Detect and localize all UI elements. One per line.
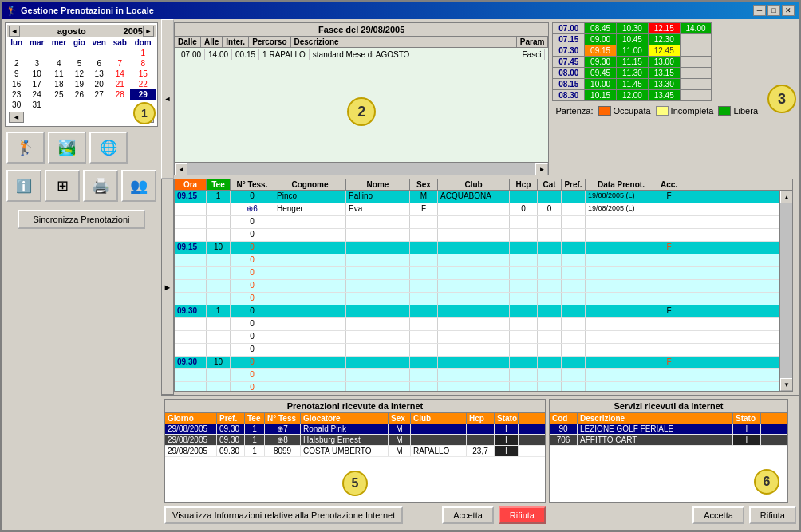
tg-cell[interactable]: 11.00 [617,45,649,57]
scroll-track[interactable] [780,203,792,378]
cal-nav-left[interactable]: ◄ [9,112,24,123]
cal-cell[interactable] [48,100,70,110]
cal-cell[interactable]: 5 [70,58,89,69]
cal-cell[interactable]: 27 [89,89,109,100]
cal-cell[interactable] [70,48,89,58]
landscape-icon-btn[interactable]: 🏞️ [48,132,86,164]
table-row[interactable]: 0 [175,344,779,357]
list-item[interactable]: 90 LEZIONE GOLF FERIALE I [550,424,787,435]
cal-cell[interactable]: 11 [48,69,70,79]
tg-cell[interactable]: 10.15 [585,90,617,101]
cal-cell[interactable]: 24 [26,89,48,100]
tg-cell[interactable]: 10.45 [617,34,649,45]
tg-cell[interactable]: 09.00 [585,34,617,45]
cal-cell[interactable] [7,48,26,58]
cal-cell[interactable]: 1 [130,48,156,58]
cal-cell[interactable]: 14 [109,69,130,79]
cal-next-month[interactable]: ► [143,26,154,37]
hscroll-track[interactable] [187,163,535,175]
table-row[interactable]: 0 [175,216,779,229]
cal-cell[interactable]: 9 [7,69,26,79]
tg-cell[interactable]: 12.30 [648,34,680,45]
close-button[interactable]: ✕ [782,5,795,16]
tg-cell[interactable]: 09.45 [585,68,617,79]
tg-cell[interactable]: 12.00 [617,90,649,101]
cal-cell[interactable]: 21 [109,79,130,89]
table-row[interactable]: 0 [175,267,779,280]
cal-cell[interactable]: 22 [130,79,156,89]
table-row[interactable]: 0 [175,229,779,242]
expand-arrow[interactable]: ► [161,179,174,395]
hscroll-left[interactable]: ◄ [175,163,187,175]
tg-cell[interactable]: 10.30 [617,23,649,34]
tg-cell[interactable]: 12.45 [648,45,680,57]
golfer-icon-btn[interactable]: 🏌️ [6,132,45,164]
table-row[interactable]: 0 [175,280,779,293]
list-item[interactable]: 706 AFFITTO CART I [550,435,787,446]
list-item[interactable]: 29/08/2005 09.30 1 ⊕7 Ronald Pink M I [165,424,545,435]
cal-cell[interactable]: 13 [89,69,109,79]
table-row[interactable]: 0 [175,254,779,267]
tg-cell[interactable]: 09.15 [585,45,617,57]
globe-icon-btn[interactable]: 🌐 [89,132,128,164]
tg-cell[interactable]: 09.30 [585,57,617,68]
print-icon-btn[interactable]: 🖨️ [83,170,118,202]
hscroll-right[interactable]: ► [535,163,548,175]
cal-cell[interactable] [70,100,89,110]
table-row[interactable]: 09.15 10 0 F [175,242,779,254]
maximize-button[interactable]: □ [767,5,780,16]
tg-cell[interactable]: 12.15 [648,23,680,34]
table-row[interactable]: ⊕6 Henger Eva F 0 0 19/08/2005 (L) [175,203,779,216]
cal-cell[interactable]: 31 [26,100,48,110]
cal-cell[interactable] [26,48,48,58]
cal-cell[interactable]: 18 [48,79,70,89]
visualizza-button[interactable]: Visualizza Informazioni relative alla Pr… [164,506,403,524]
table-row[interactable]: 09.30 10 0 F [175,357,779,369]
scroll-up[interactable]: ▲ [780,191,792,203]
cal-cell[interactable] [89,48,109,58]
cal-cell[interactable]: 17 [26,79,48,89]
tg-cell[interactable]: 11.30 [617,68,649,79]
cal-cell[interactable]: 26 [70,89,89,100]
accetta-button[interactable]: Accetta [442,506,494,524]
cal-cell[interactable]: 20 [89,79,109,89]
table-row[interactable]: 09.15 1 0 Pinco Pallino M ACQUABONA 1 [175,191,779,203]
cal-cell[interactable]: 16 [7,79,26,89]
cal-cell[interactable] [109,48,130,58]
tg-cell[interactable]: 13.15 [648,68,680,79]
cal-cell[interactable]: 28 [109,89,130,100]
cal-cell[interactable] [48,48,70,58]
table-row[interactable]: 0 [175,331,779,344]
tg-cell[interactable]: 14.00 [680,23,712,34]
tg-cell[interactable]: 08.45 [585,23,617,34]
table-row[interactable]: 0 [175,369,779,382]
cal-cell[interactable] [109,100,130,110]
table-row[interactable]: 0 [175,318,779,331]
tg-cell[interactable]: 10.00 [585,79,617,90]
serv-accetta-button[interactable]: Accetta [692,506,744,524]
cal-cell[interactable]: 7 [109,58,130,69]
table-row[interactable]: 09.30 1 0 F [175,305,779,318]
list-item[interactable]: 29/08/2005 09.30 1 ⊕8 Halsburg Ernest M … [165,435,545,446]
cal-cell[interactable]: 4 [48,58,70,69]
minimize-button[interactable]: ─ [753,5,766,16]
table-row[interactable]: 0 [175,293,779,305]
info-icon-btn[interactable]: ℹ️ [6,170,41,202]
rifiuta-button[interactable]: Rifiuta [499,506,546,524]
people-icon-btn[interactable]: 👥 [121,170,156,202]
cal-cell[interactable]: 23 [7,89,26,100]
cal-cell[interactable]: 10 [26,69,48,79]
serv-rifiuta-button[interactable]: Rifiuta [749,506,796,524]
cal-cell[interactable]: 15 [130,69,156,79]
cal-cell-today[interactable]: 29 [130,89,156,100]
table-row[interactable]: 0 [175,382,779,391]
tg-cell[interactable]: 13.45 [648,90,680,101]
list-item[interactable]: 29/08/2005 09.30 1 8099 COSTA UMBERTO M … [165,446,545,457]
booking-body[interactable]: 09.15 1 0 Pinco Pallino M ACQUABONA 1 [175,191,779,391]
cal-cell[interactable]: 25 [48,89,70,100]
cal-cell[interactable]: 19 [70,79,89,89]
scroll-down[interactable]: ▼ [780,378,792,391]
cal-cell[interactable]: 6 [89,58,109,69]
tg-cell[interactable]: 11.45 [617,79,649,90]
tg-cell[interactable]: 13.30 [648,79,680,90]
